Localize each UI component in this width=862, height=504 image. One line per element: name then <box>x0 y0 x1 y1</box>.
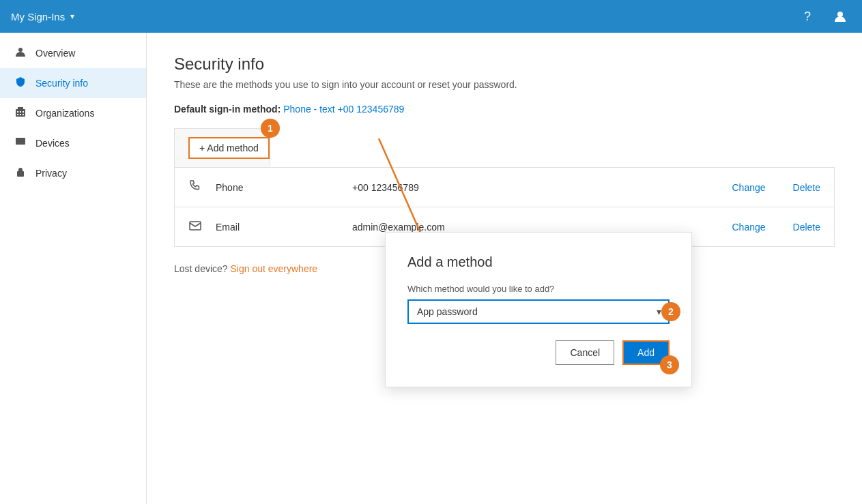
default-method-label: Default sign-in method: <box>174 104 281 115</box>
email-delete-button[interactable]: Delete <box>793 222 820 233</box>
sidebar-item-organizations[interactable]: Organizations <box>0 98 146 128</box>
layout: Overview Security info <box>0 33 862 504</box>
user-avatar-icon[interactable] <box>829 5 851 27</box>
sidebar-item-organizations-label: Organizations <box>35 108 94 119</box>
add-method-dialog: Add a method Which method would you like… <box>385 232 692 387</box>
cancel-button[interactable]: Cancel <box>556 340 614 365</box>
svg-rect-8 <box>20 114 21 115</box>
sidebar-item-security-label: Security info <box>35 78 88 89</box>
annotation-2: 2 <box>661 302 680 321</box>
svg-point-1 <box>18 48 23 52</box>
svg-rect-4 <box>17 111 18 113</box>
default-method-value: Phone - text +00 123456789 <box>283 104 404 115</box>
page-title: Security info <box>174 55 835 74</box>
sidebar-item-overview[interactable]: Overview <box>0 38 146 68</box>
building-icon <box>14 106 27 120</box>
svg-rect-7 <box>17 114 18 115</box>
svg-rect-9 <box>23 114 24 115</box>
app-title-area: My Sign-Ins ▾ <box>11 11 74 23</box>
dialog-question: Which method would you like to add? <box>407 284 670 294</box>
main-content: Security info These are the methods you … <box>147 33 862 504</box>
app-title: My Sign-Ins <box>11 11 65 23</box>
svg-rect-12 <box>190 222 201 230</box>
person-icon <box>14 46 27 60</box>
top-nav: My Sign-Ins ▾ ? <box>0 0 862 33</box>
method-select-wrapper: App password Authenticator app Phone Ema… <box>407 299 670 324</box>
phone-delete-button[interactable]: Delete <box>793 182 820 193</box>
email-icon <box>188 218 216 235</box>
method-value-email: admin@example.com <box>352 222 704 233</box>
sidebar-item-overview-label: Overview <box>35 48 75 59</box>
add-method-button[interactable]: + Add method <box>188 137 270 159</box>
lock-icon <box>14 166 27 180</box>
lost-device-text: Lost device? <box>174 263 228 274</box>
shield-icon <box>14 76 27 90</box>
phone-change-button[interactable]: Change <box>732 182 765 193</box>
top-nav-actions: ? <box>796 5 851 27</box>
table-row: Phone +00 123456789 Change Delete <box>175 168 834 207</box>
svg-rect-3 <box>18 107 23 110</box>
annotation-1: 1 <box>261 119 280 138</box>
svg-rect-2 <box>16 109 25 117</box>
sidebar-item-security-info[interactable]: Security info <box>0 68 146 98</box>
chevron-down-icon[interactable]: ▾ <box>70 12 74 21</box>
method-name-email: Email <box>216 222 352 233</box>
svg-rect-10 <box>16 138 25 145</box>
sidebar-item-privacy[interactable]: Privacy <box>0 158 146 188</box>
svg-rect-5 <box>20 111 21 113</box>
monitor-icon <box>14 136 27 150</box>
svg-rect-11 <box>17 171 24 177</box>
sidebar: Overview Security info <box>0 33 147 504</box>
svg-rect-6 <box>23 111 24 113</box>
annotation-3: 3 <box>660 355 679 374</box>
add-method-area: + Add method <box>174 128 270 167</box>
method-value-phone: +00 123456789 <box>352 182 704 193</box>
dialog-title: Add a method <box>407 254 670 270</box>
sidebar-item-devices[interactable]: Devices <box>0 128 146 158</box>
svg-point-0 <box>837 12 843 17</box>
help-icon[interactable]: ? <box>796 5 818 27</box>
sign-out-everywhere-link[interactable]: Sign out everywhere <box>231 263 318 274</box>
sidebar-item-privacy-label: Privacy <box>35 168 67 179</box>
sidebar-item-devices-label: Devices <box>35 138 70 149</box>
email-change-button[interactable]: Change <box>732 222 765 233</box>
method-name-phone: Phone <box>216 182 352 193</box>
method-select[interactable]: App password Authenticator app Phone Ema… <box>407 299 670 324</box>
dialog-actions: Cancel Add 3 <box>407 340 670 365</box>
default-method: Default sign-in method: Phone - text +00… <box>174 104 835 115</box>
phone-icon <box>188 179 216 196</box>
page-subtitle: These are the methods you use to sign in… <box>174 79 835 90</box>
